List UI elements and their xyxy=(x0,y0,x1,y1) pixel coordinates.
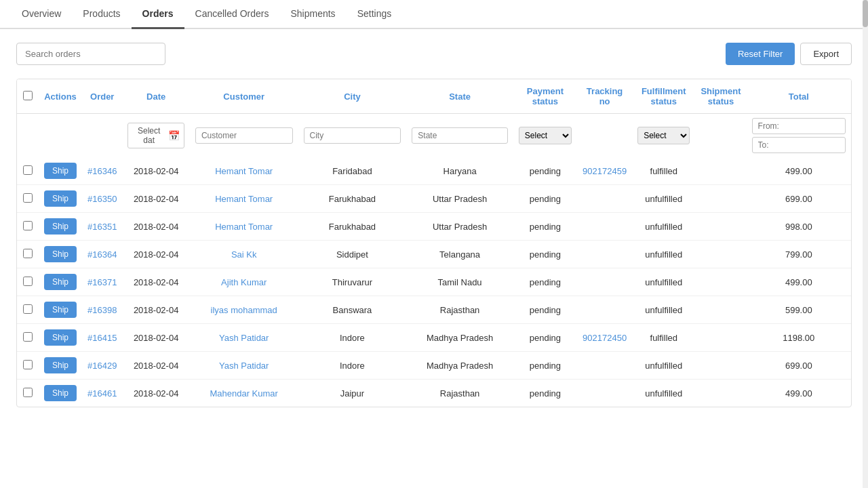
order-link-2[interactable]: #16351 xyxy=(87,222,117,232)
row-date-col-3: 2018-02-04 xyxy=(122,241,189,268)
row-order-col-3: #16364 xyxy=(82,241,122,268)
table-row: Ship#164612018-02-04Mahendar KumarJaipur… xyxy=(17,380,851,407)
ship-button-2[interactable]: Ship xyxy=(44,218,77,235)
row-checkbox-8[interactable] xyxy=(23,388,33,397)
tab-orders[interactable]: Orders xyxy=(132,0,184,29)
tab-products[interactable]: Products xyxy=(72,0,131,29)
row-payment-col-6: pending xyxy=(513,324,577,352)
customer-link-8[interactable]: Mahendar Kumar xyxy=(210,388,277,399)
row-state-col-0: Haryana xyxy=(406,157,513,185)
ship-button-7[interactable]: Ship xyxy=(44,357,77,373)
customer-filter-input[interactable] xyxy=(195,127,293,144)
row-customer-col-8: Mahendar Kumar xyxy=(190,380,298,407)
table-row: Ship#163512018-02-04Hemant TomarFarukhab… xyxy=(17,213,851,241)
ship-button-6[interactable]: Ship xyxy=(44,329,77,346)
order-link-0[interactable]: #16346 xyxy=(87,166,117,176)
row-shipment-col-6 xyxy=(695,324,746,352)
ship-button-0[interactable]: Ship xyxy=(44,163,77,179)
row-shipment-col-5 xyxy=(695,296,746,324)
filter-checkbox-col xyxy=(17,114,39,158)
export-button[interactable]: Export xyxy=(800,43,852,65)
row-date-col-5: 2018-02-04 xyxy=(122,296,189,324)
row-checkbox-0[interactable] xyxy=(23,165,33,175)
state-filter-input[interactable] xyxy=(412,127,508,144)
total-filter-wrap xyxy=(752,118,846,153)
customer-link-5[interactable]: ilyas mohammad xyxy=(211,305,277,315)
filter-city-col xyxy=(298,114,407,158)
row-city-col-0: Faridabad xyxy=(298,157,407,185)
row-action-col-3: Ship xyxy=(39,241,82,268)
row-checkbox-6[interactable] xyxy=(23,332,33,342)
fulfillment-status-select[interactable]: Select fulfilled unfulfilled xyxy=(637,127,690,144)
customer-link-1[interactable]: Hemant Tomar xyxy=(215,194,273,204)
payment-status-select[interactable]: Select pending completed xyxy=(519,127,572,144)
tracking-link-0[interactable]: 902172459 xyxy=(583,166,627,176)
row-checkbox-col-8 xyxy=(17,380,39,407)
row-checkbox-4[interactable] xyxy=(23,277,33,286)
filter-actions-col xyxy=(39,114,82,158)
row-order-col-2: #16351 xyxy=(82,213,122,241)
table-body: Ship#163462018-02-04Hemant TomarFaridaba… xyxy=(17,157,851,407)
row-checkbox-5[interactable] xyxy=(23,304,33,314)
customer-link-0[interactable]: Hemant Tomar xyxy=(215,166,273,176)
orders-table: Actions Order Date Customer City State P… xyxy=(17,79,851,407)
row-state-col-1: Uttar Pradesh xyxy=(406,185,513,213)
ship-button-8[interactable]: Ship xyxy=(44,385,77,401)
calendar-icon[interactable]: 📅 xyxy=(168,130,180,141)
row-checkbox-col-4 xyxy=(17,268,39,296)
tracking-link-6[interactable]: 902172450 xyxy=(583,333,627,343)
ship-button-5[interactable]: Ship xyxy=(44,302,77,318)
scrollbar-thumb[interactable] xyxy=(863,0,868,27)
filter-total-col xyxy=(747,114,851,158)
row-total-col-6: 1198.00 xyxy=(747,324,851,352)
order-link-7[interactable]: #16429 xyxy=(87,361,117,371)
customer-link-2[interactable]: Hemant Tomar xyxy=(215,222,273,232)
order-link-8[interactable]: #16461 xyxy=(87,388,117,399)
filter-fulfillment-col: Select fulfilled unfulfilled xyxy=(632,114,695,158)
main-content: Reset Filter Export Actions Order Date C… xyxy=(0,29,868,421)
tab-cancelled-orders[interactable]: Cancelled Orders xyxy=(184,0,280,29)
row-state-col-4: Tamil Nadu xyxy=(406,268,513,296)
row-checkbox-2[interactable] xyxy=(23,221,33,230)
row-fulfillment-col-1: unfulfilled xyxy=(632,185,695,213)
order-link-4[interactable]: #16371 xyxy=(87,277,117,287)
total-to-input[interactable] xyxy=(752,137,846,153)
row-tracking-col-2 xyxy=(577,213,632,241)
order-link-1[interactable]: #16350 xyxy=(87,194,117,204)
ship-button-3[interactable]: Ship xyxy=(44,246,77,262)
customer-link-3[interactable]: Sai Kk xyxy=(231,249,257,260)
ship-button-1[interactable]: Ship xyxy=(44,190,77,207)
row-checkbox-3[interactable] xyxy=(23,249,33,258)
tab-shipments[interactable]: Shipments xyxy=(279,0,346,29)
customer-link-7[interactable]: Yash Patidar xyxy=(219,361,269,371)
row-city-col-7: Indore xyxy=(298,352,407,380)
row-state-col-2: Uttar Pradesh xyxy=(406,213,513,241)
row-city-col-4: Thiruvarur xyxy=(298,268,407,296)
table-row: Ship#163712018-02-04Ajith KumarThiruvaru… xyxy=(17,268,851,296)
select-all-checkbox[interactable] xyxy=(23,91,33,100)
table-header-row: Actions Order Date Customer City State P… xyxy=(17,79,851,114)
scrollbar-track[interactable] xyxy=(863,0,868,421)
row-action-col-6: Ship xyxy=(39,324,82,352)
row-action-col-2: Ship xyxy=(39,213,82,241)
nav-tabs: OverviewProductsOrdersCancelled OrdersSh… xyxy=(0,0,868,29)
row-checkbox-col-0 xyxy=(17,157,39,185)
tab-overview[interactable]: Overview xyxy=(11,0,72,29)
search-input[interactable] xyxy=(16,43,165,65)
row-date-col-7: 2018-02-04 xyxy=(122,352,189,380)
tab-settings[interactable]: Settings xyxy=(347,0,403,29)
city-filter-input[interactable] xyxy=(304,127,401,144)
reset-filter-button[interactable]: Reset Filter xyxy=(726,43,795,65)
customer-link-4[interactable]: Ajith Kumar xyxy=(221,277,267,287)
total-from-input[interactable] xyxy=(752,118,846,134)
row-shipment-col-7 xyxy=(695,352,746,380)
row-checkbox-7[interactable] xyxy=(23,360,33,369)
ship-button-4[interactable]: Ship xyxy=(44,274,77,290)
row-checkbox-1[interactable] xyxy=(23,193,33,203)
order-link-5[interactable]: #16398 xyxy=(87,305,117,315)
order-link-3[interactable]: #16364 xyxy=(87,249,117,260)
order-link-6[interactable]: #16415 xyxy=(87,333,117,343)
row-fulfillment-col-4: unfulfilled xyxy=(632,268,695,296)
customer-link-6[interactable]: Yash Patidar xyxy=(219,333,269,343)
row-fulfillment-col-3: unfulfilled xyxy=(632,241,695,268)
